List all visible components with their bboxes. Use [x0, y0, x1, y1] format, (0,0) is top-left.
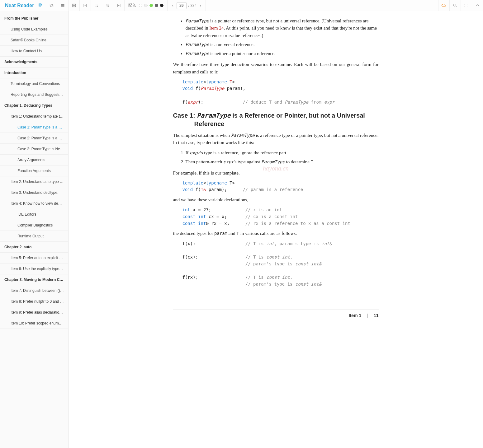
toc-item[interactable]: Item 7: Distinguish between () an...	[0, 285, 68, 296]
footer-item: Item 1	[349, 312, 361, 319]
cloud-sync-icon[interactable]	[438, 0, 449, 11]
page-footer: Item 1 | 11	[173, 310, 379, 319]
toc-item[interactable]: Case 3: ParamType is Neith...	[0, 144, 68, 155]
list-item: If expr's type is a reference, ignore th…	[186, 149, 379, 156]
svg-rect-4	[50, 4, 53, 7]
fullscreen-icon[interactable]	[461, 0, 472, 11]
code-block: f(x); // T is int, param's type is int& …	[182, 240, 379, 288]
swatch-black[interactable]	[160, 4, 163, 7]
swatch-light[interactable]	[144, 4, 148, 7]
svg-line-26	[456, 6, 457, 7]
prev-page-icon[interactable]: ‹	[171, 2, 174, 9]
toc-item[interactable]: Item 4: Know how to view deduc...	[0, 198, 68, 209]
color-label: 配色	[128, 3, 136, 8]
svg-rect-12	[84, 4, 87, 7]
paragraph: the deduced types for param and T in var…	[173, 230, 379, 237]
code-block: template<typename T> void f(T& param); /…	[182, 180, 379, 193]
page-total: / 334	[188, 3, 197, 8]
bullet-item: ParamType is a pointer or reference type…	[186, 17, 379, 39]
brand-title: Neat Reader	[0, 0, 37, 11]
toolbar: Neat Reader 配色 ‹ / 334 ›	[0, 0, 483, 11]
bullet-item: ParamType is a universal reference.	[186, 41, 379, 48]
svg-line-2	[41, 4, 42, 6]
notes-icon[interactable]	[80, 0, 91, 11]
reader-pane[interactable]: ParamType is a pointer or reference type…	[69, 11, 483, 448]
zoom-out-icon[interactable]	[91, 0, 102, 11]
toc-item[interactable]: Case 1: ParamType is a Ref...	[0, 122, 68, 133]
toc-item[interactable]: Item 9: Prefer alias declarations t...	[0, 307, 68, 318]
next-page-icon[interactable]: ›	[198, 2, 202, 9]
page-input[interactable]	[177, 2, 187, 9]
svg-line-16	[97, 6, 98, 7]
search-icon[interactable]	[449, 0, 461, 11]
bullet-item: ParamType is neither a pointer nor a ref…	[186, 50, 379, 57]
swatch-green[interactable]	[149, 4, 153, 7]
toc-item[interactable]: Item 10: Prefer scoped enums to...	[0, 318, 68, 329]
svg-line-19	[108, 6, 109, 7]
zoom-in-icon[interactable]	[102, 0, 113, 11]
toc-item[interactable]: Reporting Bugs and Suggesting I...	[0, 89, 68, 100]
toc-item[interactable]: Item 8: Prefer nullptr to 0 and NU...	[0, 296, 68, 307]
code-block: int x = 27; // x is an int const int cx …	[182, 207, 379, 227]
toc-item[interactable]: Case 2: ParamType is a Uni...	[0, 133, 68, 144]
paragraph: and we have these variable declarations,	[173, 196, 379, 203]
toc-item[interactable]: Introduction	[0, 68, 68, 78]
grid-icon[interactable]	[69, 0, 80, 11]
toc-item[interactable]: From the Publisher	[0, 13, 68, 24]
svg-rect-1	[40, 4, 41, 6]
menu-icon[interactable]	[57, 0, 69, 11]
svg-rect-11	[74, 6, 76, 7]
toc-item[interactable]: Item 1: Understand template typ...	[0, 111, 68, 122]
toc-item[interactable]: How to Contact Us	[0, 46, 68, 57]
page-content: ParamType is a pointer or reference type…	[154, 11, 397, 338]
color-group: 配色	[125, 0, 168, 11]
toc-item[interactable]: Item 6: Use the explicitly typed in...	[0, 264, 68, 274]
svg-point-25	[454, 4, 456, 7]
link-item24[interactable]: Item 24	[209, 26, 224, 30]
case-heading: Case 1: ParamType is a Reference or Poin…	[173, 111, 379, 128]
collapse-icon[interactable]	[472, 0, 483, 11]
copy-icon[interactable]	[46, 0, 57, 11]
paragraph: For example, if this is our template,	[173, 170, 379, 177]
swatch-white[interactable]	[139, 4, 142, 7]
toc-item[interactable]: Array Arguments	[0, 155, 68, 166]
toc-sidebar: From the PublisherUsing Code ExamplesSaf…	[0, 11, 69, 448]
add-page-icon[interactable]	[113, 0, 125, 11]
toc-item[interactable]: Compiler Diagnostics	[0, 220, 68, 231]
toc-item[interactable]: IDE Editors	[0, 209, 68, 220]
page-nav: ‹ / 334 ›	[168, 0, 206, 11]
toc-item[interactable]: Terminology and Conventions	[0, 78, 68, 89]
paragraph: The simplest situation is when ParamType…	[173, 132, 379, 147]
svg-rect-3	[51, 5, 53, 7]
toc-item[interactable]: Safari® Books Online	[0, 35, 68, 46]
footer-sep: |	[367, 312, 368, 319]
toc-item[interactable]: Item 3: Understand decltype.	[0, 187, 68, 198]
toc-item[interactable]: Chapter 2. auto	[0, 242, 68, 253]
toc-item[interactable]: Acknowledgments	[0, 57, 68, 68]
svg-rect-0	[39, 4, 40, 6]
toc-item[interactable]: Chapter 3. Moving to Modern C++	[0, 274, 68, 285]
toc-item[interactable]: Function Arguments	[0, 166, 68, 176]
svg-rect-8	[73, 4, 74, 5]
svg-rect-10	[73, 6, 74, 7]
footer-pagenum: 11	[374, 312, 379, 319]
code-block: template<typename T> void f(ParamType pa…	[182, 79, 379, 106]
list-item: Then pattern-match expr's type against P…	[186, 158, 379, 166]
library-icon[interactable]	[37, 2, 44, 9]
paragraph: We therefore have three type deduction s…	[173, 61, 379, 76]
toc-item[interactable]: Item 2: Understand auto type de...	[0, 176, 68, 187]
swatch-gray[interactable]	[155, 4, 158, 7]
toc-item[interactable]: Using Code Examples	[0, 24, 68, 35]
svg-rect-9	[74, 4, 76, 5]
toc-item[interactable]: Item 5: Prefer auto to explicit typ...	[0, 253, 68, 264]
toc-item[interactable]: Chapter 1. Deducing Types	[0, 100, 68, 111]
toc-item[interactable]: Runtime Output	[0, 231, 68, 242]
